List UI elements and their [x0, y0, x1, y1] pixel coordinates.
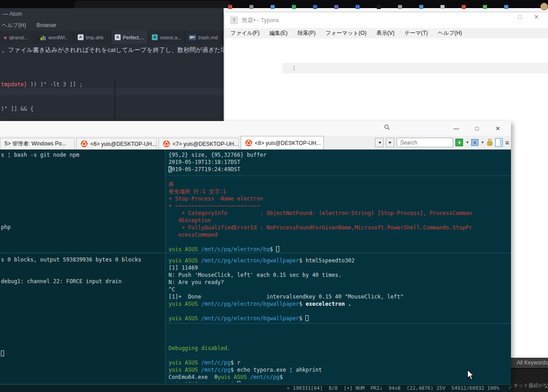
typora-menu-theme[interactable]: テーマ(T) — [404, 29, 428, 37]
tray-icon[interactable] — [356, 5, 360, 9]
terminal-text: + ~~~~~~~~~~~~~~~~~~~~~~~~~~ — [169, 203, 260, 209]
chevron-down-icon[interactable]: ▼ — [481, 140, 484, 145]
terminal-pane-left-bottom[interactable]: s 0 blocks, output 593839936 bytes 0 blo… — [0, 253, 165, 383]
atom-editor[interactable]: 。ファイル書き込みがされればそれをcatしてループを終了し、数秒間が過ぎた場合は… — [0, 44, 224, 121]
terminal-pane-left-top[interactable]: s ¦ bash -s git node npm php — [0, 149, 165, 252]
atom-tab-tmp-ahk[interactable]: A tmp.ahk — [74, 31, 111, 44]
atom-tab-trash-md[interactable]: M+ trash.md — [185, 31, 222, 44]
terminal-pane-bgwallpaper[interactable]: yuis ASUS /mnt/c/pg/electron/bgwallpaper… — [166, 253, 511, 322]
terminal-pane-powershell-error[interactable]: 再発生場所 行:1 文字:1+ Stop-Process -Name elect… — [166, 176, 511, 252]
terminal-text: yuis ASUS — [169, 367, 201, 373]
typora-titlebar[interactable]: T 無題• - Typora □ ✕ — [225, 13, 548, 28]
background-keywords-bar: All Keywords — [511, 358, 548, 368]
tray-icon[interactable] — [440, 5, 445, 9]
atom-tab-perfect[interactable]: A Perfect.... — [111, 31, 148, 44]
close-button[interactable]: ✕ — [487, 124, 508, 134]
atom-window: — Atom ヘルプ(H) Browser ◆ qtransl... wordW… — [0, 8, 224, 121]
typora-menu-format[interactable]: フォーマット(O) — [325, 29, 366, 37]
minimize-button[interactable]: — — [446, 124, 467, 134]
typora-code-block[interactable]: 1 — [282, 63, 548, 74]
terminal-line: N: Push 'MouseClick, left' each 0.15 sec… — [169, 271, 511, 279]
terminal-line: yuis ASUS /mnt/c/pg$ — [169, 381, 511, 383]
terminal-pane-pg[interactable]: Debugging disabled. yuis ASUS /mnt/c/pg$… — [166, 324, 511, 383]
atom-tab-oxtest[interactable]: A oxtest.a... — [148, 31, 185, 44]
terminal-line — [1, 166, 165, 173]
typora-caption-buttons[interactable]: □ ✕ — [518, 14, 544, 20]
terminal-line — [1, 263, 165, 271]
pane-divider-horizontal[interactable] — [166, 175, 511, 176]
tray-icon[interactable] — [419, 5, 423, 9]
tray-icon[interactable] — [504, 5, 508, 9]
atom-menubar: ヘルプ(H) Browser — [0, 20, 224, 31]
typora-menu-edit[interactable]: 編集(E) — [269, 29, 287, 37]
typora-menu-file[interactable]: ファイル(F) — [230, 29, 259, 37]
terminal-text: /mnt/c/pg — [201, 381, 230, 383]
terminal-text: $ echo typora.exe ¦ ahkprint — [230, 367, 322, 373]
conemu-console-area[interactable]: s ¦ bash -s git node npm php s 0 blocks,… — [0, 149, 511, 384]
chevron-down-icon[interactable]: ▼ — [465, 140, 469, 145]
tray-icon[interactable] — [313, 5, 317, 9]
tray-icon[interactable] — [398, 5, 402, 9]
conemu-tab-5-powershell[interactable]: 5> 管理者: Windows Po... — [0, 138, 75, 149]
tray-icon[interactable] — [228, 5, 232, 9]
atom-code-token: tmpdate} — [1, 81, 27, 88]
tray-icon[interactable] — [377, 5, 381, 9]
search-input[interactable] — [397, 138, 453, 147]
new-console-button[interactable]: + — [455, 139, 463, 146]
tray-icon[interactable] — [462, 5, 466, 9]
terminal-text: /mnt/c/pg — [201, 367, 230, 373]
terminal-text: /mnt/c/pg — [250, 374, 280, 380]
tab-scroll-right-button[interactable]: ► — [386, 138, 394, 147]
conemu-tab-label: <8> yuis@DESKTOP-UH... — [255, 140, 321, 146]
terminal-text: 019-05-27T19:24:49DST — [172, 166, 240, 173]
atom-titlebar[interactable]: — Atom — [0, 8, 224, 20]
lock-icon[interactable] — [487, 139, 493, 146]
console-list-icon[interactable]: 8 — [471, 139, 478, 146]
conemu-tab-label: 5> 管理者: Windows Po... — [5, 140, 66, 148]
terminal-text: $ html5speedto302 — [299, 257, 355, 264]
terminal-line: {95,2} size, {95,32766} buffer — [169, 151, 511, 159]
hamburger-menu-icon[interactable]: ≡ — [505, 139, 509, 146]
typora-menu-view[interactable]: 表示(V) — [376, 29, 394, 37]
conemu-tab-7-wsl[interactable]: <7> yuis@DESKTOP-UH... — [159, 138, 239, 149]
pane-divider-horizontal[interactable] — [0, 252, 511, 253]
terminal-pane-buffer-info[interactable]: {95,2} size, {95,32766} buffer2019-05-19… — [166, 149, 511, 175]
atom-tab-wordwi[interactable]: wordWi.. — [37, 31, 74, 44]
terminal-line: + FullyQualifiedErrorId : NoProcessFound… — [169, 224, 511, 231]
atom-pane-divider[interactable] — [114, 79, 115, 121]
terminal-line: + CategoryInfo : ObjectNotFound: (electr… — [169, 210, 511, 217]
terminal-text: /mnt/c/pg — [201, 359, 230, 366]
typora-menu-paragraph[interactable]: 段落(P) — [297, 29, 315, 37]
terminal-text: 2019-05-19T13:18:17DST — [169, 159, 240, 165]
terminal-line — [1, 271, 165, 278]
conemu-titlebar[interactable]: — □ ✕ — [0, 121, 511, 136]
maximize-button[interactable]: □ — [467, 124, 487, 134]
tray-icon[interactable] — [249, 5, 253, 9]
terminal-text: $ — [230, 381, 237, 383]
atom-menu-help[interactable]: ヘルプ(H) — [0, 20, 31, 31]
tray-icon[interactable] — [334, 5, 338, 9]
terminal-text: execelectron . — [305, 301, 351, 307]
conemu-tab-controls: ◄ ► + ▼ 8 ▼ ≡ — [375, 138, 509, 147]
conemu-tabbar: 5> 管理者: Windows Po... <6> yuis@DESKTOP-U… — [0, 136, 511, 149]
terminal-text: [1] 11469 — [169, 265, 198, 271]
typora-menu-help[interactable]: ヘルプ(H) — [438, 29, 462, 37]
tab-scroll-left-button[interactable]: ◄ — [375, 138, 384, 147]
tray-icon[interactable] — [271, 5, 275, 9]
avatar[interactable] — [540, 3, 548, 10]
terminal-line: N: Are you ready? — [169, 279, 511, 286]
atom-tab-qtransl[interactable]: ◆ qtransl... — [0, 31, 37, 44]
conemu-tab-8-wsl[interactable]: <8> yuis@DESKTOP-UH... — [241, 136, 324, 149]
tray-icon[interactable] — [292, 5, 296, 9]
tray-icon[interactable] — [483, 5, 487, 9]
tray-icon-row — [228, 5, 544, 9]
conemu-tab-6-wsl[interactable]: <6> yuis@DESKTOP-UH... — [76, 138, 157, 149]
atom-menu-browser[interactable]: Browser — [32, 20, 61, 31]
pane-divider-horizontal[interactable] — [166, 323, 511, 324]
terminal-text: {95,2} size, {95,32766} buffer — [169, 152, 267, 158]
window-toggle-icon[interactable] — [495, 138, 503, 147]
terminal-text: yuis ASUS — [217, 374, 250, 380]
pane-divider-vertical[interactable] — [165, 149, 166, 384]
terminal-line — [1, 350, 165, 357]
terminal-text: yuis ASUS — [169, 246, 201, 252]
